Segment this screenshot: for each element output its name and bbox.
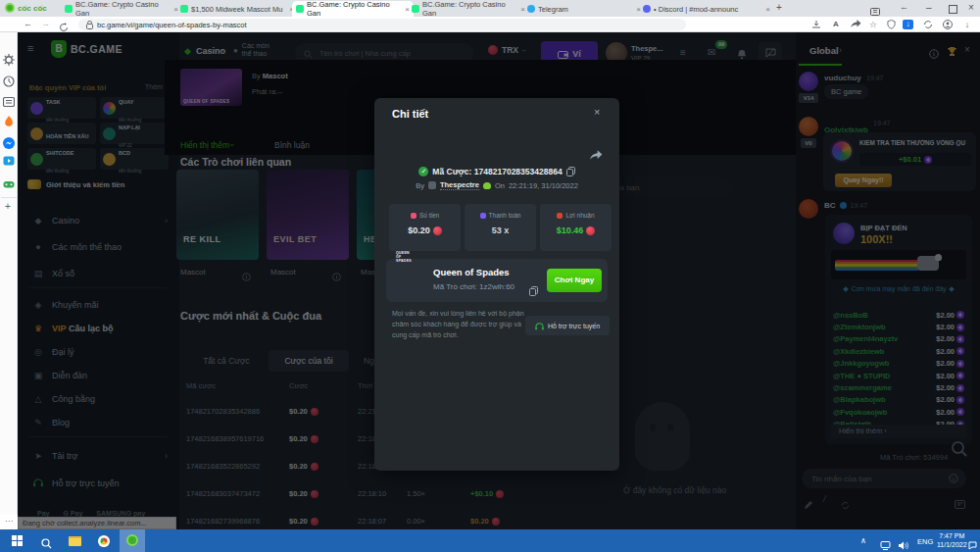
tab-mascot-promo[interactable]: $1,500 Midweek Mascot Mu × (176, 1, 298, 17)
share-icon[interactable] (850, 20, 861, 29)
avatar-chip-icon (428, 181, 436, 189)
browser-address-bar: ← → bc.game/vi/game/queen-of-spades-by-m… (0, 17, 980, 32)
tab-title: Telegram (538, 5, 633, 14)
tab-bcgame-3[interactable]: BC.Game: Crypto Casino Gan × (408, 1, 529, 17)
history-clock-icon[interactable] (3, 74, 15, 85)
coccoc-side-rail: + ⋯ (0, 32, 18, 529)
forward-button[interactable]: → (41, 19, 50, 28)
clock-time: 7:47 PM (937, 532, 967, 541)
payout-card-icon (480, 213, 486, 219)
file-explorer-icon[interactable] (69, 536, 81, 546)
browser-tab-bar: cốc cốc BC.Game: Crypto Casino Gan × $1,… (0, 0, 980, 17)
tab-discord[interactable]: • Discord | #mod-announc × (639, 1, 774, 17)
tab-bcgame-active[interactable]: BC.Game: Crypto Casino Gan × (292, 1, 414, 17)
trx-coin-icon (586, 226, 595, 235)
rail-divider (1, 197, 17, 198)
more-dots-icon: ⋯ (5, 517, 13, 526)
hot-trending-icon[interactable] (3, 114, 15, 125)
url-field[interactable]: bc.game/vi/game/queen-of-spades-by-masco… (78, 19, 686, 30)
screen: cốc cốc BC.Game: Crypto Casino Gan × $1,… (0, 0, 980, 552)
add-shortcut-button[interactable]: + (5, 201, 11, 212)
bet-details-modal: Chi tiết × ✓ Mã Cược: 174821702835342886… (374, 98, 619, 471)
download-arrow-glyph: ↓ (906, 20, 910, 28)
play-now-button[interactable]: Chơi Ngay (547, 269, 602, 292)
bet-id-row: ✓ Mã Cược: 1748217028353428864 (374, 163, 619, 180)
telegram-favicon (527, 5, 535, 13)
games-gamepad-icon[interactable] (3, 176, 15, 188)
headset-icon (535, 317, 544, 334)
tab-bcgame-1[interactable]: BC.Game: Crypto Casino Gan × (61, 1, 182, 17)
bet-datetime: 22:21:19, 31/10/2022 (509, 181, 578, 190)
volume-icon[interactable] (899, 536, 908, 552)
bet-author-row: By Thespectre On 22:21:19, 31/10/2022 (374, 180, 619, 190)
amount-icon (411, 213, 416, 219)
sync-icon[interactable] (922, 20, 934, 29)
messenger-icon[interactable] (3, 135, 15, 147)
tab-title: • Discord | #mod-announc (654, 5, 762, 14)
modal-game-row: QUEEN OF SPADES Queen of Spades Mã Trò c… (386, 259, 608, 302)
tab-title: $1,500 Midweek Mascot Mu (191, 5, 286, 14)
support-button[interactable]: Hỗ trợ trực tuyến (525, 316, 610, 335)
trx-coin-icon (433, 226, 442, 235)
bcgame-favicon (180, 5, 188, 13)
modal-game-name: Queen of Spades (433, 267, 510, 277)
windows-taskbar: ∧ ENG 7:47 PM 11/1/2022 (0, 529, 980, 552)
stat-payout: Thanh toán 53 x (465, 204, 536, 251)
bcgame-favicon (412, 5, 419, 13)
coccoc-icon (126, 534, 138, 546)
bookmark-star-icon[interactable]: ☆ (867, 20, 879, 29)
media-player-icon[interactable] (3, 153, 15, 165)
modal-close-icon[interactable]: × (594, 106, 600, 118)
tab-title: BC.Game: Crypto Casino Gan (307, 1, 402, 17)
adblock-shield-icon[interactable] (885, 20, 897, 29)
lock-icon (86, 21, 93, 29)
language-indicator[interactable]: ENG (917, 537, 933, 546)
profile-icon[interactable] (942, 20, 954, 29)
bcgame-page: ≡ B BC.GAME Đặc quyền VIP của tôi Thêm ›… (18, 32, 980, 529)
tab-title: BC.Game: Crypto Casino Gan (75, 1, 171, 17)
new-tab-button[interactable]: + (776, 2, 782, 13)
discord-favicon (643, 5, 651, 13)
bet-author-link[interactable]: Thespectre (440, 180, 479, 190)
support-note: Mọi vấn đề, xin vui lòng liên hệ với bộ … (392, 309, 524, 341)
frog-pet-icon (483, 182, 491, 189)
taskbar-search-icon[interactable] (41, 535, 52, 552)
start-button[interactable] (12, 535, 23, 546)
modal-title: Chi tiết (392, 108, 428, 120)
coccoc-logo-icon (5, 3, 15, 13)
bcgame-favicon (296, 5, 304, 13)
translate-icon[interactable]: A (830, 20, 842, 29)
window-close-button[interactable]: × (968, 2, 974, 13)
bcgame-favicon (65, 5, 73, 13)
tab-close-icon[interactable]: × (765, 5, 770, 14)
window-minimize-button[interactable]: – (926, 2, 932, 13)
tab-telegram[interactable]: Telegram × (523, 1, 645, 17)
downloads-icon[interactable]: ↓ (961, 20, 973, 29)
coccoc-taskbar-active[interactable] (120, 529, 145, 552)
brand-label: cốc cốc (18, 4, 47, 13)
rail-more-button[interactable]: ⋯ (0, 515, 18, 528)
window-maximize-button[interactable] (949, 5, 957, 14)
browser-brand[interactable]: cốc cốc (5, 3, 47, 13)
newsfeed-icon[interactable] (3, 94, 15, 106)
tray-expand-icon[interactable]: ∧ (860, 536, 866, 545)
back-button[interactable]: ← (24, 19, 32, 28)
copy-icon[interactable] (529, 282, 538, 300)
url-text: bc.game/vi/game/queen-of-spades-by-masco… (97, 21, 247, 29)
clock-date: 11/1/2022 (937, 541, 967, 550)
verified-check-icon: ✓ (418, 167, 428, 176)
action-center-icon[interactable] (968, 536, 977, 552)
bet-id-value: 1748217028353428864 (474, 167, 563, 176)
modal-game-id: Mã Trò chơi: 1z2wih:60 (433, 282, 514, 291)
history-back-icon[interactable]: ← (900, 2, 908, 12)
settings-gear-icon[interactable] (3, 52, 15, 64)
stat-profit: Lợi nhuận $10.46 (540, 204, 612, 251)
chrome-icon[interactable] (98, 535, 110, 547)
taskbar-clock[interactable]: 7:47 PM 11/1/2022 (937, 532, 967, 549)
save-page-icon[interactable] (810, 20, 822, 29)
download-manager-icon[interactable]: ↓ (903, 20, 913, 29)
copy-icon[interactable] (566, 163, 575, 180)
network-icon[interactable] (880, 536, 891, 552)
stat-amount: Số tiền $0.20 (389, 204, 461, 251)
tab-title: BC.Game: Crypto Casino Gan (422, 1, 517, 17)
